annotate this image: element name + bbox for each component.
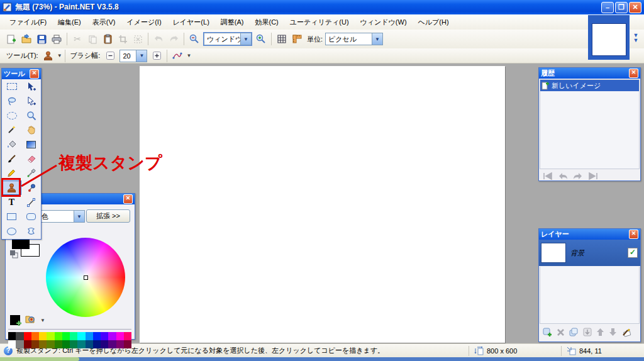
palette-swatch[interactable]	[101, 332, 108, 340]
tool-text[interactable]: T	[2, 195, 21, 209]
tool-pan[interactable]	[21, 123, 41, 137]
palette-swatch[interactable]	[86, 332, 93, 340]
palette-swatch[interactable]	[116, 340, 124, 348]
layers-palette-close-icon[interactable]: ✕	[629, 230, 638, 239]
tool-freeform-shape[interactable]	[21, 224, 41, 238]
deselect-button[interactable]	[130, 31, 145, 47]
tool-gradient[interactable]	[21, 137, 41, 152]
tool-line-curve[interactable]	[21, 195, 41, 209]
paste-button[interactable]	[100, 31, 115, 47]
copy-button[interactable]	[85, 31, 100, 47]
swap-colors-icon[interactable]	[9, 250, 18, 258]
palette-swatch[interactable]	[124, 332, 131, 340]
tool-ellipse-shape[interactable]	[2, 224, 21, 238]
palette-swatch[interactable]	[93, 340, 101, 348]
layer-visibility-checkbox[interactable]: ✓	[628, 248, 638, 258]
tool-rectangle-shape[interactable]	[2, 209, 21, 224]
history-undo-icon[interactable]	[558, 172, 568, 180]
menu-image[interactable]: イメージ(I)	[121, 16, 167, 29]
colors-expand-button[interactable]: 拡張 >>	[86, 209, 130, 223]
history-palette-close-icon[interactable]: ✕	[629, 69, 638, 78]
duplicate-layer-icon[interactable]	[569, 328, 579, 337]
menu-layers[interactable]: レイヤー(L)	[167, 16, 215, 29]
zoom-in-button[interactable]	[253, 31, 269, 47]
palette-swatch[interactable]	[70, 332, 77, 340]
tool-ellipse-select[interactable]	[2, 108, 21, 123]
palette-swatch[interactable]	[77, 340, 85, 348]
chevron-down-icon[interactable]: ▼	[240, 33, 251, 45]
menu-file[interactable]: ファイル(F)	[4, 16, 52, 29]
new-file-button[interactable]	[4, 31, 19, 47]
palette-manager-icon[interactable]	[25, 314, 35, 325]
palette-swatch[interactable]	[116, 332, 124, 340]
tool-move-selection[interactable]	[21, 94, 41, 108]
brush-width-combobox[interactable]: 20 ▼	[119, 50, 147, 62]
tool-rectangle-select[interactable]	[2, 79, 21, 94]
history-item[interactable]: 新しいイメージ	[540, 80, 639, 91]
chevron-down-icon[interactable]: ▼	[186, 53, 191, 58]
redo-button[interactable]	[166, 31, 181, 47]
menu-window[interactable]: ウィンドウ(W)	[355, 16, 413, 29]
tool-magic-wand[interactable]	[2, 123, 21, 137]
primary-color-swatch[interactable]	[12, 239, 30, 249]
palette-swatch[interactable]	[39, 340, 47, 348]
palette-swatch[interactable]	[62, 332, 70, 340]
menu-effects[interactable]: 効果(C)	[249, 16, 284, 29]
tool-zoom[interactable]	[21, 108, 41, 123]
image-list-chevron-icon[interactable]: ▼▼	[631, 33, 640, 43]
open-file-button[interactable]	[19, 31, 34, 47]
tool-recolor[interactable]	[21, 181, 41, 195]
palette-swatch[interactable]	[108, 332, 116, 340]
chevron-down-icon[interactable]: ▼	[40, 318, 45, 323]
tool-eraser[interactable]	[21, 152, 41, 166]
print-button[interactable]	[49, 31, 64, 47]
move-layer-down-icon[interactable]	[609, 328, 617, 336]
palette-swatch[interactable]	[47, 340, 54, 348]
history-redo-icon[interactable]	[573, 172, 583, 180]
tool-rounded-rectangle-shape[interactable]	[21, 209, 41, 224]
chevron-down-icon[interactable]: ▼	[74, 211, 84, 222]
color-wheel-cursor[interactable]	[84, 275, 88, 280]
layer-properties-icon[interactable]	[621, 328, 631, 337]
palette-swatch[interactable]	[24, 332, 31, 340]
palette-swatch[interactable]	[47, 332, 54, 340]
image-list-thumbnail[interactable]	[588, 15, 630, 60]
close-button[interactable]: ✕	[629, 2, 641, 13]
tools-palette-titlebar[interactable]: ツール ✕	[2, 69, 41, 79]
chevron-down-icon[interactable]: ▼	[136, 50, 147, 62]
palette-swatch[interactable]	[16, 340, 23, 348]
chevron-down-icon[interactable]: ▼	[372, 33, 382, 45]
palette-swatch[interactable]	[8, 332, 16, 340]
palette-swatch[interactable]	[24, 340, 31, 348]
palette-swatch[interactable]	[101, 340, 108, 348]
palette-swatch[interactable]	[31, 340, 39, 348]
grid-toggle-button[interactable]	[274, 31, 289, 47]
merge-down-icon[interactable]	[583, 328, 592, 336]
tool-paintbrush[interactable]	[2, 152, 21, 166]
zoom-out-button[interactable]	[187, 31, 202, 47]
current-tool-stamp-icon[interactable]	[41, 48, 56, 64]
palette-swatch[interactable]	[124, 340, 131, 348]
ruler-toggle-button[interactable]	[289, 31, 304, 47]
tool-color-picker[interactable]	[21, 166, 41, 181]
save-button[interactable]	[34, 31, 49, 47]
palette-swatch[interactable]	[31, 332, 39, 340]
menu-edit[interactable]: 編集(E)	[52, 16, 87, 29]
tool-move-pixels[interactable]	[21, 79, 41, 94]
color-wheel[interactable]	[46, 238, 125, 317]
crop-button[interactable]	[115, 31, 130, 47]
minimize-button[interactable]: –	[601, 2, 614, 13]
palette-swatch[interactable]	[39, 332, 47, 340]
zoom-level-combobox[interactable]: ウィンドウ ▼	[204, 33, 252, 45]
palette-swatch[interactable]	[55, 340, 62, 348]
unit-combobox[interactable]: ピクセル ▼	[325, 33, 383, 45]
menu-view[interactable]: 表示(V)	[87, 16, 121, 29]
palette-swatch[interactable]	[108, 340, 116, 348]
palette-swatch[interactable]	[55, 332, 62, 340]
menu-utilities[interactable]: ユーティリティ(U)	[284, 16, 355, 29]
undo-button[interactable]	[151, 31, 166, 47]
chevron-down-icon[interactable]: ▼	[57, 53, 62, 58]
brush-width-decrease-button[interactable]	[103, 48, 118, 64]
history-rewind-icon[interactable]	[543, 172, 553, 180]
colors-palette-close-icon[interactable]: ✕	[123, 194, 133, 204]
